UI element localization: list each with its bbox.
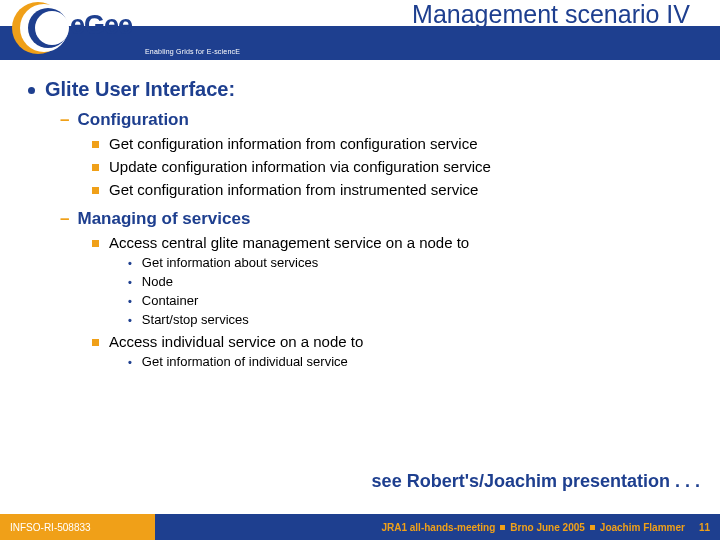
- small-dot-icon: •: [128, 254, 132, 272]
- svg-text:eGee: eGee: [70, 10, 133, 40]
- item-text: Get configuration information from confi…: [109, 134, 478, 154]
- footer-location: Brno June 2005: [510, 522, 584, 533]
- closing-note: see Robert's/Joachim presentation . . .: [372, 471, 700, 492]
- footer-ref: INFSO-RI-508833: [0, 514, 155, 540]
- square-icon: [92, 339, 99, 346]
- subitem-text: Start/stop services: [142, 311, 249, 329]
- bullet-lvl2: – Managing of services: [60, 208, 700, 230]
- bullet-lvl3: Access central glite management service …: [92, 233, 700, 253]
- section-label: Configuration: [77, 109, 188, 131]
- bullet-lvl4: • Container: [128, 292, 700, 310]
- bullet-dot-icon: [28, 87, 35, 94]
- bullet-lvl3: Access individual service on a node to: [92, 332, 700, 352]
- slide: Management scenario IV eGee Enabling Gri…: [0, 0, 720, 540]
- egee-logo: eGee: [8, 0, 153, 56]
- footer-author: Joachim Flammer: [600, 522, 685, 533]
- bullet-lvl3: Update configuration information via con…: [92, 157, 700, 177]
- svg-point-3: [35, 11, 69, 45]
- dash-icon: –: [60, 109, 69, 131]
- bullet-lvl4: • Get information of individual service: [128, 353, 700, 371]
- small-dot-icon: •: [128, 311, 132, 329]
- slide-title: Management scenario IV: [150, 0, 710, 30]
- square-icon: [92, 187, 99, 194]
- separator-icon: [590, 525, 595, 530]
- item-text: Access central glite management service …: [109, 233, 469, 253]
- bullet-lvl4: • Start/stop services: [128, 311, 700, 329]
- small-dot-icon: •: [128, 353, 132, 371]
- bullet-lvl3: Get configuration information from confi…: [92, 134, 700, 154]
- page-number: 11: [699, 522, 710, 533]
- square-icon: [92, 164, 99, 171]
- bullet-lvl4: • Get information about services: [128, 254, 700, 272]
- section-label: Managing of services: [77, 208, 250, 230]
- subitem-text: Node: [142, 273, 173, 291]
- small-dot-icon: •: [128, 292, 132, 310]
- small-dot-icon: •: [128, 273, 132, 291]
- square-icon: [92, 240, 99, 247]
- bullet-lvl1: Glite User Interface:: [28, 78, 700, 101]
- dash-icon: –: [60, 208, 69, 230]
- subitem-text: Get information of individual service: [142, 353, 348, 371]
- item-text: Update configuration information via con…: [109, 157, 491, 177]
- bullet-lvl3: Get configuration information from instr…: [92, 180, 700, 200]
- tagline: Enabling Grids for E-sciencE: [145, 48, 240, 55]
- footer: INFSO-RI-508833 JRA1 all-hands-meeting B…: [0, 514, 720, 540]
- content-area: Glite User Interface: – Configuration Ge…: [28, 78, 700, 371]
- subitem-text: Get information about services: [142, 254, 318, 272]
- footer-meta: JRA1 all-hands-meeting Brno June 2005 Jo…: [155, 514, 720, 540]
- footer-meeting: JRA1 all-hands-meeting: [381, 522, 495, 533]
- square-icon: [92, 141, 99, 148]
- separator-icon: [500, 525, 505, 530]
- subitem-text: Container: [142, 292, 198, 310]
- main-topic-text: Glite User Interface:: [45, 78, 235, 101]
- item-text: Access individual service on a node to: [109, 332, 363, 352]
- bullet-lvl2: – Configuration: [60, 109, 700, 131]
- item-text: Get configuration information from instr…: [109, 180, 478, 200]
- header: Management scenario IV eGee Enabling Gri…: [0, 0, 720, 60]
- bullet-lvl4: • Node: [128, 273, 700, 291]
